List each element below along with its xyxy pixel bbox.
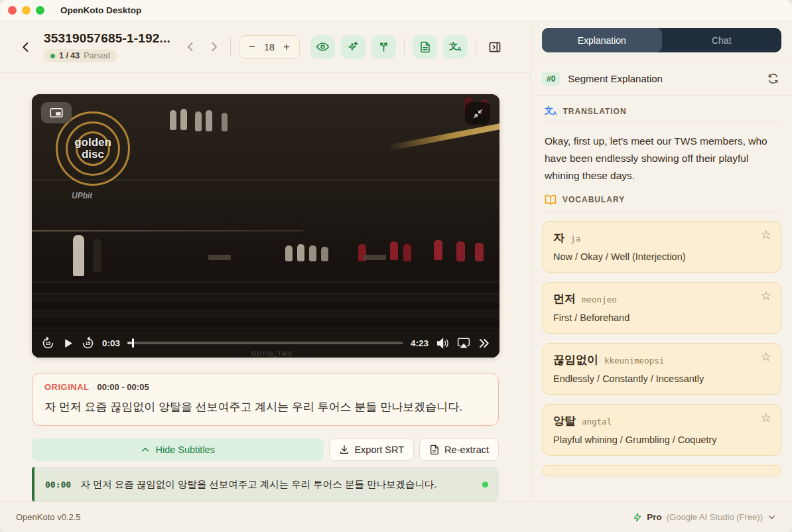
tab-explanation[interactable]: Explanation xyxy=(542,28,662,52)
subtitle-timestamp: 00:00 xyxy=(45,480,71,490)
provider-label: (Google AI Studio (Free)) xyxy=(667,512,763,522)
explanation-scroll[interactable]: 文A TRANSLATION Okay, first up, let's mee… xyxy=(531,96,792,501)
forward-15-icon: 15 xyxy=(81,336,95,350)
translate-button[interactable]: 文A xyxy=(443,35,468,59)
airplay-button[interactable] xyxy=(457,336,470,350)
app-version: OpenKoto v0.2.5 xyxy=(16,512,81,522)
back-button[interactable] xyxy=(17,38,34,56)
font-size-decrease-button[interactable]: − xyxy=(243,40,261,54)
vocab-romanization: ja xyxy=(570,233,580,243)
prev-segment-button[interactable] xyxy=(182,38,199,55)
main-area: 35319057685-1-192... 1 / 43 Parsed − xyxy=(0,21,531,501)
svg-text:15: 15 xyxy=(86,340,91,345)
status-dot-icon xyxy=(50,54,55,58)
rewind-15-button[interactable]: 15 xyxy=(41,336,55,350)
seek-handle[interactable] xyxy=(132,338,134,348)
model-selector[interactable]: Pro (Google AI Studio (Free)) xyxy=(633,512,776,523)
main-body: golden disc UPbit 15 xyxy=(0,73,531,501)
actions-row: Hide Subtitles Export SRT Re-extract xyxy=(32,438,499,461)
vocab-romanization: kkeunimeopsi xyxy=(604,356,664,366)
ai-explain-button[interactable] xyxy=(341,35,365,59)
pip-icon xyxy=(50,107,63,118)
app-window: OpenKoto Desktop 35319057685-1-192... 1 … xyxy=(0,0,792,532)
video-frame: golden disc UPbit xyxy=(32,94,499,358)
video-watermark: GDTID_TWS xyxy=(251,350,293,357)
chevron-down-icon xyxy=(767,513,776,521)
font-size-increase-button[interactable]: + xyxy=(278,40,295,54)
document-icon xyxy=(429,444,440,455)
subtitle-list-item[interactable]: 00:00 자 먼저 요즘 끊임없이 앙탈을 선보여주고 계시는 우리 투어스 … xyxy=(32,467,499,501)
original-time-range: 00:00 - 00:05 xyxy=(98,382,149,392)
plan-label: Pro xyxy=(647,512,662,522)
rewind-15-icon: 15 xyxy=(41,336,55,350)
original-subtitle-panel: ORIGINAL 00:00 - 00:05 자 먼저 요즘 끊임없이 앙탈을 … xyxy=(32,373,499,426)
favorite-star-icon[interactable]: ☆ xyxy=(761,411,771,425)
transcript-button[interactable] xyxy=(413,35,437,59)
panel-toggle-icon xyxy=(488,40,501,54)
original-label: ORIGINAL xyxy=(44,382,90,392)
vocabulary-header-label: VOCABULARY xyxy=(562,195,625,204)
translate-icon: 文A xyxy=(449,42,462,52)
app-title: OpenKoto Desktop xyxy=(60,5,141,15)
tab-chat[interactable]: Chat xyxy=(662,28,782,52)
video-title-block: 35319057685-1-192... 1 / 43 Parsed xyxy=(44,31,170,62)
close-window-button[interactable] xyxy=(8,6,17,15)
translation-section-header: 文A TRANSLATION xyxy=(542,96,781,123)
favorite-star-icon[interactable]: ☆ xyxy=(761,289,771,303)
vocab-word: 먼저 xyxy=(553,291,576,306)
segment-header: #0 Segment Explanation xyxy=(531,62,792,95)
refresh-explanation-button[interactable] xyxy=(765,70,781,87)
vocab-card[interactable]: 자 ja ☆ Now / Okay / Well (Interjection) xyxy=(542,221,781,273)
hide-subtitles-button[interactable]: Hide Subtitles xyxy=(32,438,324,461)
forward-15-button[interactable]: 15 xyxy=(81,336,95,350)
vocab-definition: Now / Okay / Well (Interjection) xyxy=(553,251,770,262)
collapse-icon xyxy=(472,108,484,119)
zoom-window-button[interactable] xyxy=(36,6,44,15)
play-icon xyxy=(62,338,74,349)
toggle-sidebar-button[interactable] xyxy=(484,36,505,58)
vocab-card[interactable]: 끊임없이 kkeunimeopsi ☆ Endlessly / Constant… xyxy=(542,343,781,395)
vocab-definition: Endlessly / Constantly / Incessantly xyxy=(553,373,770,384)
download-icon xyxy=(339,444,350,455)
font-size-stepper: − 18 + xyxy=(239,35,300,59)
collapse-video-button[interactable] xyxy=(465,102,490,125)
next-segment-button[interactable] xyxy=(206,38,222,55)
status-bar: OpenKoto v0.2.5 Pro (Google AI Studio (F… xyxy=(0,501,792,532)
video-title: 35319057685-1-192... xyxy=(44,31,170,46)
minimize-window-button[interactable] xyxy=(22,6,31,15)
export-srt-button[interactable]: Export SRT xyxy=(329,438,414,461)
seek-bar[interactable] xyxy=(127,338,403,348)
parse-status-badge: 1 / 43 Parsed xyxy=(44,49,117,62)
hide-subtitles-label: Hide Subtitles xyxy=(155,444,214,455)
vocab-card[interactable]: 앙탈 angtal ☆ Playful whining / Grumbling … xyxy=(542,404,781,456)
translation-text: Okay, first up, let's meet our TWS membe… xyxy=(542,123,781,187)
original-text: 자 먼저 요즘 끊임없이 앙탈을 선보여주고 계시는 우리 투어스 분들 만나보… xyxy=(44,399,486,415)
vocab-card-partial[interactable] xyxy=(542,465,781,476)
favorite-star-icon[interactable]: ☆ xyxy=(761,350,771,364)
toggle-visibility-button[interactable] xyxy=(310,35,335,59)
play-button[interactable] xyxy=(62,338,74,349)
favorite-star-icon[interactable]: ☆ xyxy=(761,228,771,242)
re-extract-button[interactable]: Re-extract xyxy=(419,438,499,461)
font-size-value: 18 xyxy=(261,42,278,52)
toolbar-divider xyxy=(230,38,231,56)
active-subtitle-dot xyxy=(482,482,488,488)
split-arrows-icon xyxy=(377,40,390,53)
video-player[interactable]: golden disc UPbit 15 xyxy=(32,94,499,358)
traffic-lights xyxy=(8,6,44,15)
eye-icon xyxy=(316,40,329,53)
panel-tabs: Explanation Chat xyxy=(542,28,781,52)
split-segments-button[interactable] xyxy=(371,35,396,59)
subtitle-text: 자 먼저 요즘 끊임없이 앙탈을 선보여주고 계시는 우리 투어스 분들 만나보… xyxy=(80,478,476,491)
duration: 4:23 xyxy=(411,338,429,348)
playback-speed-button[interactable] xyxy=(478,337,490,350)
export-srt-label: Export SRT xyxy=(354,444,404,455)
bolt-icon xyxy=(633,512,642,523)
document-icon xyxy=(419,41,431,53)
volume-button[interactable] xyxy=(436,336,450,350)
vocab-card[interactable]: 먼저 meonjeo ☆ First / Beforehand xyxy=(542,282,781,334)
vocab-romanization: meonjeo xyxy=(582,295,617,304)
segment-title: Segment Explanation xyxy=(568,73,765,84)
picture-in-picture-button[interactable] xyxy=(41,102,72,123)
chevron-left-icon xyxy=(20,41,32,53)
